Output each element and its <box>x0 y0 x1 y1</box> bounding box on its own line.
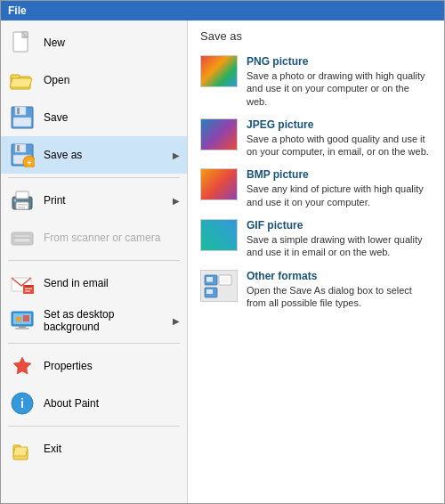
menu-item-scanner: From scanner or camera <box>1 219 187 256</box>
title-bar-label: File <box>8 4 27 17</box>
new-icon <box>8 28 36 57</box>
desktop-bg-arrow: ▶ <box>173 316 180 326</box>
properties-icon <box>8 352 36 380</box>
separator-1 <box>8 177 180 178</box>
application-window: File New <box>0 0 445 504</box>
save-as-icon: + <box>8 141 36 169</box>
other-desc: Open the Save As dialog box to select fr… <box>247 284 432 310</box>
menu-item-email-label: Send in email <box>44 277 180 289</box>
menu-item-desktop-bg[interactable]: Set as desktop background ▶ <box>1 302 187 339</box>
format-item-png[interactable]: PNG picture Save a photo or drawing with… <box>200 55 432 108</box>
svg-marker-4 <box>10 78 32 87</box>
open-icon <box>8 66 36 94</box>
menu-item-exit-label: Exit <box>44 443 180 455</box>
svg-rect-19 <box>18 207 25 208</box>
other-thumbnail <box>200 270 238 302</box>
svg-rect-41 <box>206 277 213 281</box>
save-icon <box>8 103 36 132</box>
svg-rect-32 <box>23 315 29 321</box>
svg-rect-17 <box>16 202 28 209</box>
menu-item-save-as-label: Save as <box>44 149 173 161</box>
gif-text-block: GIF picture Save a simple drawing with l… <box>247 219 432 259</box>
title-bar: File <box>1 1 444 20</box>
other-text-block: Other formats Open the Save As dialog bo… <box>247 270 432 310</box>
format-item-gif[interactable]: GIF picture Save a simple drawing with l… <box>200 219 432 259</box>
right-panel-title: Save as <box>200 29 432 46</box>
bmp-desc: Save any kind of picture with high quali… <box>247 183 432 208</box>
bmp-thumbnail <box>200 168 238 200</box>
right-panel: Save as PNG picture Save a photo or draw… <box>188 20 444 503</box>
svg-rect-18 <box>18 204 27 206</box>
menu-item-new[interactable]: New <box>1 24 187 61</box>
menu-item-open[interactable]: Open <box>1 61 187 99</box>
bmp-text-block: BMP picture Save any kind of picture wit… <box>247 168 432 208</box>
menu-item-print-label: Print <box>44 194 173 207</box>
separator-2 <box>8 260 180 261</box>
left-panel: New Open <box>1 20 188 503</box>
menu-item-desktop-bg-label: Set as desktop background <box>44 308 173 333</box>
svg-marker-39 <box>13 447 28 456</box>
format-item-jpeg[interactable]: JPEG picture Save a photo with good qual… <box>200 118 432 159</box>
svg-rect-42 <box>206 281 213 282</box>
scanner-icon <box>8 224 36 252</box>
print-icon <box>8 186 36 215</box>
menu-item-email[interactable]: Send in email <box>1 264 187 302</box>
svg-text:+: + <box>27 159 31 167</box>
save-as-arrow: ▶ <box>173 150 180 160</box>
png-text-block: PNG picture Save a photo or drawing with… <box>247 55 432 108</box>
jpeg-title: JPEG picture <box>247 118 432 131</box>
format-item-bmp[interactable]: BMP picture Save any kind of picture wit… <box>200 168 432 208</box>
format-item-other[interactable]: Other formats Open the Save As dialog bo… <box>200 270 432 310</box>
gif-title: GIF picture <box>247 219 432 232</box>
menu-item-open-label: Open <box>44 74 180 86</box>
menu-item-properties-label: Properties <box>44 360 180 372</box>
content-area: New Open <box>1 20 444 503</box>
svg-text:i: i <box>20 396 24 411</box>
menu-item-save-label: Save <box>44 111 180 124</box>
svg-rect-3 <box>11 75 20 78</box>
separator-4 <box>8 426 180 427</box>
svg-rect-44 <box>221 277 230 283</box>
menu-item-save[interactable]: Save <box>1 99 187 136</box>
svg-rect-46 <box>206 289 213 294</box>
jpeg-desc: Save a photo with good quality and use i… <box>247 133 432 159</box>
png-desc: Save a photo or drawing with high qualit… <box>247 69 432 108</box>
svg-rect-10 <box>15 144 26 152</box>
svg-rect-16 <box>16 191 28 199</box>
svg-rect-6 <box>15 107 26 115</box>
jpeg-text-block: JPEG picture Save a photo with good qual… <box>247 118 432 159</box>
exit-icon <box>8 435 36 463</box>
svg-rect-23 <box>14 237 30 239</box>
about-icon: i <box>8 389 36 418</box>
svg-point-20 <box>14 199 17 202</box>
svg-rect-11 <box>17 145 20 151</box>
email-icon <box>8 269 36 297</box>
svg-rect-7 <box>17 108 20 114</box>
jpeg-thumbnail <box>200 118 238 150</box>
gif-thumbnail <box>200 219 238 251</box>
png-thumbnail <box>200 55 238 87</box>
menu-item-print[interactable]: Print ▶ <box>1 182 187 219</box>
gif-desc: Save a simple drawing with lower quality… <box>247 233 432 259</box>
print-arrow: ▶ <box>173 196 180 206</box>
png-title: PNG picture <box>247 55 432 68</box>
svg-rect-34 <box>15 328 29 329</box>
menu-item-scanner-label: From scanner or camera <box>44 232 180 244</box>
svg-rect-31 <box>16 317 21 321</box>
desktop-icon <box>8 306 36 335</box>
svg-rect-8 <box>13 118 31 126</box>
other-title: Other formats <box>247 270 432 282</box>
menu-item-new-label: New <box>44 37 180 49</box>
menu-item-save-as[interactable]: + Save as ▶ <box>1 136 187 174</box>
menu-item-about-label: About Paint <box>44 397 180 410</box>
menu-item-properties[interactable]: Properties <box>1 347 187 385</box>
menu-item-exit[interactable]: Exit <box>1 430 187 467</box>
separator-3 <box>8 343 180 344</box>
bmp-title: BMP picture <box>247 168 432 181</box>
menu-item-about[interactable]: i About Paint <box>1 385 187 422</box>
